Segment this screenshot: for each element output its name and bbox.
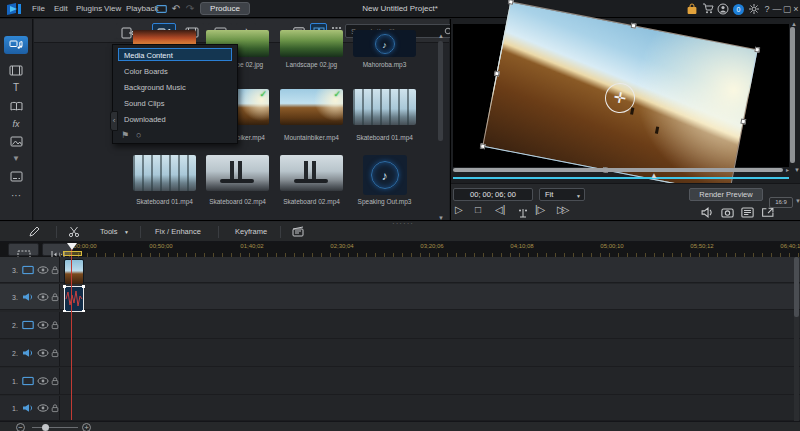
fix-enhance-button[interactable]: Fix / Enhance xyxy=(155,222,201,242)
video-clip[interactable] xyxy=(64,259,84,285)
transform-handle[interactable] xyxy=(480,143,486,149)
circle-filter-icon[interactable]: ○ xyxy=(136,130,148,140)
account-icon[interactable] xyxy=(717,3,729,15)
lock-icon[interactable] xyxy=(51,320,59,330)
library-item-selected[interactable]: ♪ Speaking Out.mp3 xyxy=(348,155,421,205)
range-select-button[interactable] xyxy=(8,243,39,256)
eye-icon[interactable] xyxy=(37,293,49,301)
track-header[interactable]: 2. xyxy=(0,340,60,366)
category-color-boards[interactable]: Color Boards xyxy=(118,64,232,77)
track-row-audio2[interactable]: 2. xyxy=(0,340,800,367)
selected-clip-transform-box[interactable]: ✛ xyxy=(482,1,758,194)
stop-button[interactable]: □ xyxy=(475,204,481,215)
thumbnail-skateboard01[interactable] xyxy=(353,89,416,125)
previous-frame-button[interactable]: ◁| xyxy=(495,204,505,215)
transform-handle[interactable] xyxy=(631,23,637,29)
library-item[interactable]: ✓ Mountainbiker.mp4 xyxy=(275,85,348,141)
preview-horizontal-scrollbar[interactable] xyxy=(453,168,783,172)
timeline-zoom-thumb[interactable] xyxy=(42,424,49,431)
track-row-video2[interactable]: 2. xyxy=(0,312,800,339)
notification-badge[interactable]: 0 xyxy=(733,4,744,15)
undo-icon[interactable]: ↶ xyxy=(170,3,182,15)
render-preview-button[interactable]: Render Preview xyxy=(689,188,763,201)
lock-icon[interactable] xyxy=(51,376,59,386)
cart-icon[interactable] xyxy=(702,3,714,14)
transform-handle[interactable] xyxy=(754,47,760,53)
fx-room-tab[interactable]: fx xyxy=(4,115,28,133)
timeline-ruler[interactable]: 00;00;0000;50;0001;40;0202;30;0403;20;06… xyxy=(60,242,800,257)
seek-bar[interactable] xyxy=(453,177,789,179)
thumbnail-mahoroba-audio[interactable]: ♪ xyxy=(353,30,416,57)
playhead-grip[interactable] xyxy=(63,251,82,256)
preview-scroll-down-icon[interactable]: ▼ xyxy=(794,167,800,173)
library-vertical-scrollbar[interactable] xyxy=(438,41,443,141)
timeline-zoom-slider[interactable] xyxy=(32,427,78,428)
capture-icon[interactable] xyxy=(156,4,167,14)
flag-filter-icon[interactable]: ⚑ xyxy=(121,130,136,140)
title-room-tab[interactable]: T xyxy=(4,79,28,97)
scroll-up-icon[interactable]: ▲ xyxy=(438,33,444,39)
snapshot-camera-icon[interactable] xyxy=(721,207,734,218)
subtitle-room-tab[interactable] xyxy=(4,167,28,185)
library-item[interactable]: Skateboard 02.mp4 xyxy=(201,155,274,205)
preview-vertical-scrollbar[interactable] xyxy=(790,27,795,163)
seek-thumb[interactable]: ▲ xyxy=(650,171,658,180)
redo-icon[interactable]: ↷ xyxy=(184,3,196,15)
track-row-video3[interactable]: 3. xyxy=(0,257,800,283)
lock-icon[interactable] xyxy=(51,292,59,302)
panel-resize-grip[interactable]: ······ xyxy=(392,219,414,228)
rotate-move-widget[interactable]: ✛ xyxy=(602,80,637,115)
overlay-room-tab[interactable] xyxy=(4,132,28,150)
lock-icon[interactable] xyxy=(51,265,59,275)
category-background-music[interactable]: Background Music xyxy=(118,80,232,93)
thumbnail-skateboard01[interactable] xyxy=(133,155,196,191)
transition-room-tab[interactable] xyxy=(4,97,28,115)
keyframe-button[interactable]: Keyframe xyxy=(235,222,267,242)
flyout-collapse-handle[interactable]: ‹ xyxy=(110,111,118,131)
scroll-thumb[interactable] xyxy=(794,257,799,317)
play-button[interactable]: ▷ xyxy=(455,204,463,215)
store-bag-icon[interactable] xyxy=(686,3,698,15)
undock-preview-icon[interactable] xyxy=(761,207,774,218)
library-item[interactable]: Skateboard 02.mp4 xyxy=(275,155,348,205)
design-pencil-icon[interactable] xyxy=(28,226,40,238)
track-header[interactable]: 1. xyxy=(0,396,60,420)
slate-icon[interactable] xyxy=(292,226,304,237)
menu-file[interactable]: File xyxy=(28,0,49,18)
category-sound-clips[interactable]: Sound Clips xyxy=(118,96,232,109)
transform-handle[interactable] xyxy=(508,0,514,5)
library-item[interactable]: Skateboard 01.mp4 xyxy=(128,155,201,205)
category-media-content[interactable]: Media Content xyxy=(118,48,232,61)
thumbnail-skateboard02[interactable] xyxy=(280,155,343,191)
thumbnail-speakingout-audio[interactable]: ♪ xyxy=(363,155,407,195)
volume-icon[interactable] xyxy=(701,207,714,218)
media-room-tab[interactable] xyxy=(4,36,28,54)
thumbnail-landscape02b[interactable] xyxy=(280,30,343,57)
eye-icon[interactable] xyxy=(37,404,49,412)
fast-forward-button[interactable]: ▷▷ xyxy=(557,204,566,215)
transform-handle[interactable] xyxy=(494,71,500,77)
tools-dropdown[interactable]: Tools xyxy=(100,222,118,242)
aspect-ratio-selector[interactable]: 16:9 xyxy=(769,197,793,208)
thumbnail-skateboard02[interactable] xyxy=(206,155,269,191)
produce-button[interactable]: Produce xyxy=(200,2,250,15)
library-item[interactable]: Landscape 02.jpg xyxy=(275,30,348,68)
particle-room-tab[interactable]: ▼ xyxy=(4,150,28,168)
preview-quality-icon[interactable] xyxy=(741,207,754,218)
eye-icon[interactable] xyxy=(37,349,49,357)
split-scissors-icon[interactable] xyxy=(68,226,80,238)
more-rooms-tab[interactable]: ··· xyxy=(4,187,28,205)
library-item[interactable]: Skateboard 01.mp4 xyxy=(348,85,421,141)
next-frame-button[interactable]: |▷ xyxy=(535,204,545,215)
thumbnail-mountainbiker[interactable]: ✓ xyxy=(280,89,343,125)
preview-scroll-right-icon[interactable]: ▸ xyxy=(786,167,789,173)
playhead-line[interactable] xyxy=(71,243,72,420)
timecode-display[interactable]: 00; 00; 06; 00 xyxy=(453,188,533,201)
close-button[interactable]: × xyxy=(790,3,800,15)
eye-icon[interactable] xyxy=(37,377,49,385)
zoom-mode-dropdown[interactable]: Fit ▼ xyxy=(539,188,585,201)
zoom-in-button[interactable]: + xyxy=(82,423,91,431)
track-header[interactable]: 3. xyxy=(0,257,60,282)
marker-button[interactable] xyxy=(517,207,529,219)
effect-room-tab[interactable] xyxy=(4,61,28,79)
